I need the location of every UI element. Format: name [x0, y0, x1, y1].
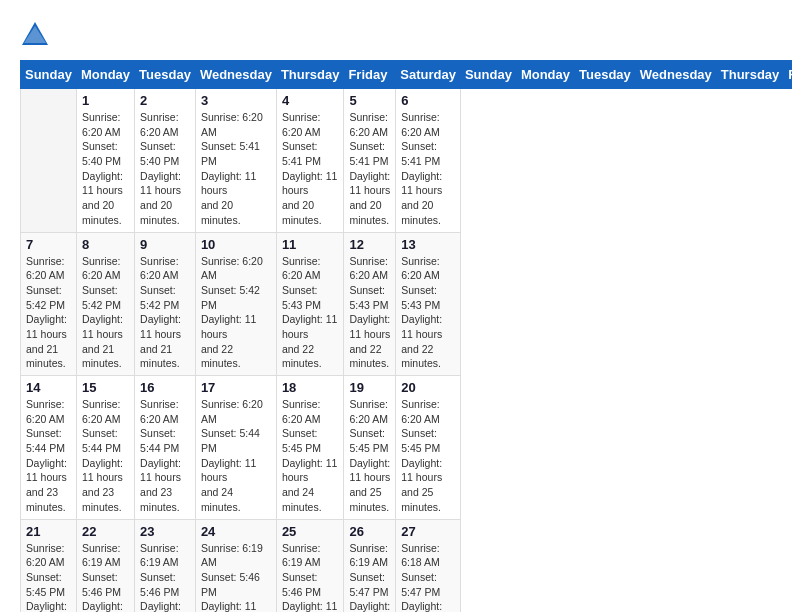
day-number: 23 — [140, 524, 190, 539]
day-info: Sunrise: 6:20 AM Sunset: 5:40 PM Dayligh… — [140, 110, 190, 228]
day-number: 20 — [401, 380, 455, 395]
day-number: 17 — [201, 380, 271, 395]
calendar-cell: 19Sunrise: 6:20 AM Sunset: 5:45 PM Dayli… — [344, 376, 396, 520]
calendar-cell: 2Sunrise: 6:20 AM Sunset: 5:40 PM Daylig… — [135, 89, 196, 233]
calendar-cell: 21Sunrise: 6:20 AM Sunset: 5:45 PM Dayli… — [21, 519, 77, 612]
day-info: Sunrise: 6:19 AM Sunset: 5:46 PM Dayligh… — [82, 541, 129, 613]
day-number: 16 — [140, 380, 190, 395]
day-header-sunday: Sunday — [21, 61, 77, 89]
calendar-cell: 24Sunrise: 6:19 AM Sunset: 5:46 PM Dayli… — [195, 519, 276, 612]
day-number: 24 — [201, 524, 271, 539]
day-number: 2 — [140, 93, 190, 108]
calendar-cell: 14Sunrise: 6:20 AM Sunset: 5:44 PM Dayli… — [21, 376, 77, 520]
day-number: 1 — [82, 93, 129, 108]
week-row-3: 14Sunrise: 6:20 AM Sunset: 5:44 PM Dayli… — [21, 376, 793, 520]
calendar-cell: 23Sunrise: 6:19 AM Sunset: 5:46 PM Dayli… — [135, 519, 196, 612]
day-number: 9 — [140, 237, 190, 252]
day-header-thursday: Thursday — [276, 61, 344, 89]
calendar-cell: 5Sunrise: 6:20 AM Sunset: 5:41 PM Daylig… — [344, 89, 396, 233]
calendar-cell: 11Sunrise: 6:20 AM Sunset: 5:43 PM Dayli… — [276, 232, 344, 376]
day-info: Sunrise: 6:20 AM Sunset: 5:45 PM Dayligh… — [26, 541, 71, 613]
calendar-cell: 4Sunrise: 6:20 AM Sunset: 5:41 PM Daylig… — [276, 89, 344, 233]
day-number: 21 — [26, 524, 71, 539]
day-info: Sunrise: 6:20 AM Sunset: 5:42 PM Dayligh… — [26, 254, 71, 372]
calendar-cell: 17Sunrise: 6:20 AM Sunset: 5:44 PM Dayli… — [195, 376, 276, 520]
logo — [20, 20, 54, 50]
week-row-1: 1Sunrise: 6:20 AM Sunset: 5:40 PM Daylig… — [21, 89, 793, 233]
day-info: Sunrise: 6:20 AM Sunset: 5:45 PM Dayligh… — [282, 397, 339, 515]
day-info: Sunrise: 6:20 AM Sunset: 5:43 PM Dayligh… — [349, 254, 390, 372]
day-info: Sunrise: 6:20 AM Sunset: 5:42 PM Dayligh… — [140, 254, 190, 372]
day-number: 15 — [82, 380, 129, 395]
day-header-tuesday: Tuesday — [135, 61, 196, 89]
day-header-wednesday: Wednesday — [635, 61, 716, 89]
day-info: Sunrise: 6:20 AM Sunset: 5:42 PM Dayligh… — [82, 254, 129, 372]
day-number: 22 — [82, 524, 129, 539]
day-info: Sunrise: 6:20 AM Sunset: 5:41 PM Dayligh… — [349, 110, 390, 228]
day-info: Sunrise: 6:19 AM Sunset: 5:46 PM Dayligh… — [201, 541, 271, 613]
calendar-cell: 18Sunrise: 6:20 AM Sunset: 5:45 PM Dayli… — [276, 376, 344, 520]
week-row-4: 21Sunrise: 6:20 AM Sunset: 5:45 PM Dayli… — [21, 519, 793, 612]
day-info: Sunrise: 6:20 AM Sunset: 5:41 PM Dayligh… — [201, 110, 271, 228]
day-header-friday: Friday — [344, 61, 396, 89]
day-number: 10 — [201, 237, 271, 252]
calendar-cell: 6Sunrise: 6:20 AM Sunset: 5:41 PM Daylig… — [396, 89, 461, 233]
calendar-table: SundayMondayTuesdayWednesdayThursdayFrid… — [20, 60, 792, 612]
day-number: 26 — [349, 524, 390, 539]
day-info: Sunrise: 6:20 AM Sunset: 5:44 PM Dayligh… — [201, 397, 271, 515]
calendar-cell: 10Sunrise: 6:20 AM Sunset: 5:42 PM Dayli… — [195, 232, 276, 376]
day-info: Sunrise: 6:20 AM Sunset: 5:44 PM Dayligh… — [140, 397, 190, 515]
day-number: 27 — [401, 524, 455, 539]
svg-marker-1 — [24, 26, 46, 43]
calendar-cell: 22Sunrise: 6:19 AM Sunset: 5:46 PM Dayli… — [76, 519, 134, 612]
calendar-cell: 27Sunrise: 6:18 AM Sunset: 5:47 PM Dayli… — [396, 519, 461, 612]
day-number: 12 — [349, 237, 390, 252]
calendar-cell: 9Sunrise: 6:20 AM Sunset: 5:42 PM Daylig… — [135, 232, 196, 376]
day-number: 11 — [282, 237, 339, 252]
page-header — [20, 20, 772, 50]
calendar-cell: 12Sunrise: 6:20 AM Sunset: 5:43 PM Dayli… — [344, 232, 396, 376]
calendar-cell: 3Sunrise: 6:20 AM Sunset: 5:41 PM Daylig… — [195, 89, 276, 233]
calendar-cell — [21, 89, 77, 233]
calendar-cell: 25Sunrise: 6:19 AM Sunset: 5:46 PM Dayli… — [276, 519, 344, 612]
day-number: 19 — [349, 380, 390, 395]
day-number: 14 — [26, 380, 71, 395]
calendar-cell: 15Sunrise: 6:20 AM Sunset: 5:44 PM Dayli… — [76, 376, 134, 520]
day-header-sunday: Sunday — [460, 61, 516, 89]
day-number: 18 — [282, 380, 339, 395]
calendar-cell: 20Sunrise: 6:20 AM Sunset: 5:45 PM Dayli… — [396, 376, 461, 520]
header-row: SundayMondayTuesdayWednesdayThursdayFrid… — [21, 61, 793, 89]
day-number: 4 — [282, 93, 339, 108]
day-header-tuesday: Tuesday — [575, 61, 636, 89]
day-info: Sunrise: 6:20 AM Sunset: 5:42 PM Dayligh… — [201, 254, 271, 372]
day-info: Sunrise: 6:19 AM Sunset: 5:47 PM Dayligh… — [349, 541, 390, 613]
logo-icon — [20, 20, 50, 50]
day-number: 3 — [201, 93, 271, 108]
calendar-cell: 8Sunrise: 6:20 AM Sunset: 5:42 PM Daylig… — [76, 232, 134, 376]
week-row-2: 7Sunrise: 6:20 AM Sunset: 5:42 PM Daylig… — [21, 232, 793, 376]
day-number: 6 — [401, 93, 455, 108]
calendar-cell: 26Sunrise: 6:19 AM Sunset: 5:47 PM Dayli… — [344, 519, 396, 612]
calendar-cell: 13Sunrise: 6:20 AM Sunset: 5:43 PM Dayli… — [396, 232, 461, 376]
day-header-monday: Monday — [516, 61, 574, 89]
calendar-cell: 16Sunrise: 6:20 AM Sunset: 5:44 PM Dayli… — [135, 376, 196, 520]
day-info: Sunrise: 6:20 AM Sunset: 5:44 PM Dayligh… — [26, 397, 71, 515]
day-number: 8 — [82, 237, 129, 252]
day-info: Sunrise: 6:20 AM Sunset: 5:45 PM Dayligh… — [401, 397, 455, 515]
day-info: Sunrise: 6:20 AM Sunset: 5:43 PM Dayligh… — [282, 254, 339, 372]
day-number: 25 — [282, 524, 339, 539]
day-header-saturday: Saturday — [396, 61, 461, 89]
day-header-friday: Friday — [784, 61, 792, 89]
day-info: Sunrise: 6:20 AM Sunset: 5:43 PM Dayligh… — [401, 254, 455, 372]
day-header-monday: Monday — [76, 61, 134, 89]
day-number: 5 — [349, 93, 390, 108]
day-info: Sunrise: 6:20 AM Sunset: 5:41 PM Dayligh… — [282, 110, 339, 228]
day-number: 13 — [401, 237, 455, 252]
day-number: 7 — [26, 237, 71, 252]
day-info: Sunrise: 6:19 AM Sunset: 5:46 PM Dayligh… — [282, 541, 339, 613]
day-info: Sunrise: 6:18 AM Sunset: 5:47 PM Dayligh… — [401, 541, 455, 613]
calendar-cell: 7Sunrise: 6:20 AM Sunset: 5:42 PM Daylig… — [21, 232, 77, 376]
day-info: Sunrise: 6:20 AM Sunset: 5:41 PM Dayligh… — [401, 110, 455, 228]
day-info: Sunrise: 6:20 AM Sunset: 5:40 PM Dayligh… — [82, 110, 129, 228]
day-header-wednesday: Wednesday — [195, 61, 276, 89]
